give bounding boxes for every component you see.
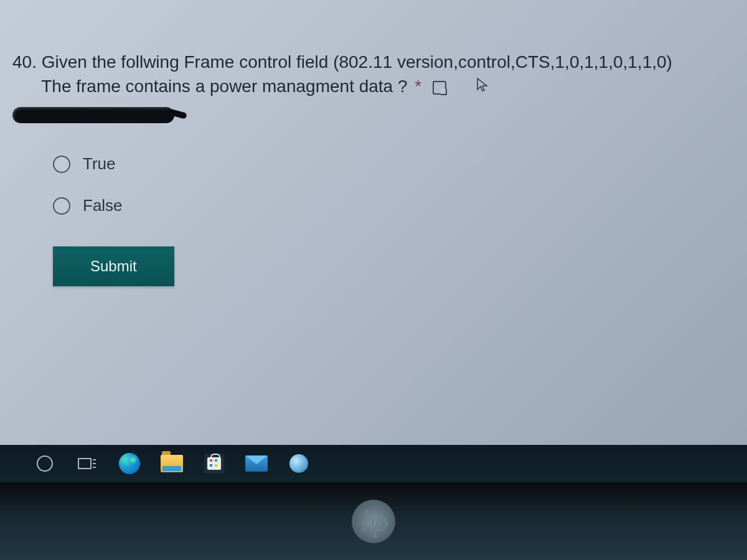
required-star: * — [415, 77, 421, 96]
option-true[interactable]: True — [53, 154, 735, 174]
question-text: 40. Given the follwing Frame control fie… — [12, 50, 735, 100]
folder-icon — [161, 455, 183, 472]
mail-icon — [245, 455, 268, 472]
redaction-scribble — [12, 107, 174, 123]
globe-icon — [289, 454, 308, 473]
windows-taskbar — [0, 445, 747, 482]
form-screen: 40. Given the follwing Frame control fie… — [0, 0, 747, 445]
question-number: 40. — [12, 52, 37, 72]
option-false-label: False — [83, 196, 123, 215]
edge-icon — [119, 453, 140, 474]
cortana-button[interactable] — [31, 450, 59, 477]
edge-button[interactable] — [116, 450, 143, 477]
question-block: 40. Given the follwing Frame control fie… — [12, 50, 735, 123]
file-explorer-button[interactable] — [158, 450, 186, 477]
cortana-icon — [37, 455, 53, 472]
svg-rect-0 — [78, 459, 91, 469]
submit-row: Submit — [53, 246, 735, 286]
immersive-reader-icon[interactable] — [433, 81, 446, 95]
taskview-button[interactable] — [73, 450, 101, 477]
store-icon — [204, 454, 224, 474]
question-line2: The frame contains a power managment dat… — [41, 77, 407, 96]
option-false[interactable]: False — [53, 196, 735, 215]
question-line1: Given the follwing Frame control field (… — [42, 52, 672, 72]
option-true-label: True — [83, 154, 116, 174]
taskview-icon — [78, 456, 96, 471]
monitor-bezel: hp — [0, 482, 747, 560]
mail-button[interactable] — [243, 450, 270, 477]
browser-button[interactable] — [285, 450, 312, 477]
cursor-icon — [476, 75, 489, 100]
hp-logo: hp — [352, 500, 395, 543]
submit-button[interactable]: Submit — [53, 246, 174, 286]
store-button[interactable] — [200, 450, 228, 477]
radio-icon — [53, 197, 70, 215]
options-group: True False — [53, 154, 735, 215]
radio-icon — [53, 156, 70, 173]
